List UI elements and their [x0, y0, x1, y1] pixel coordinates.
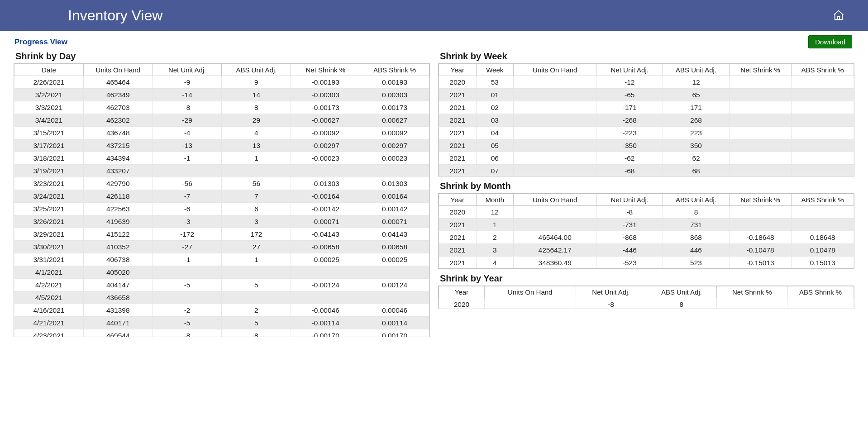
column-header[interactable]: Units On Hand — [83, 64, 153, 76]
column-header[interactable]: Date — [14, 64, 84, 76]
table-cell: 8 — [222, 329, 291, 337]
column-header[interactable]: ABS Shrink % — [792, 194, 854, 206]
column-header[interactable]: Units On Hand — [484, 286, 576, 298]
column-header[interactable]: Net Unit Adj. — [596, 194, 663, 206]
column-header[interactable]: Net Unit Adj. — [153, 64, 222, 76]
column-header[interactable]: ABS Shrink % — [787, 286, 854, 298]
table-row[interactable]: 4/16/2021431398-22-0.000460.00046 — [14, 304, 429, 317]
column-header[interactable]: Net Shrink % — [291, 64, 360, 76]
table-cell: -0.00170 — [291, 329, 360, 337]
column-header[interactable]: Net Shrink % — [729, 64, 792, 76]
shrink-by-week-scroll[interactable]: YearWeekUnits On HandNet Unit Adj.ABS Un… — [439, 64, 854, 176]
column-header[interactable]: Month — [476, 194, 514, 206]
table-cell: 8 — [646, 298, 717, 309]
table-row[interactable]: 202104-223223 — [439, 127, 854, 139]
table-row[interactable]: 202053-1212 — [439, 76, 854, 89]
table-cell — [514, 139, 596, 152]
table-cell — [514, 89, 596, 101]
shrink-by-year-title: Shrink by Year — [440, 273, 854, 284]
table-row[interactable]: 3/30/2021410352-2727-0.006580.00658 — [14, 241, 429, 253]
table-cell: -0.00173 — [291, 101, 360, 114]
table-row[interactable]: 4/2/2021404147-55-0.001240.00124 — [14, 279, 429, 291]
table-cell: 440171 — [83, 317, 153, 329]
table-row[interactable]: 3/25/2021422563-66-0.001420.00142 — [14, 203, 429, 215]
table-row[interactable]: 202103-268268 — [439, 114, 854, 127]
table-cell: 2021 — [439, 257, 477, 269]
column-header[interactable]: Net Shrink % — [717, 286, 787, 298]
progress-view-link[interactable]: Progress View — [14, 38, 67, 47]
table-cell: -29 — [153, 114, 222, 127]
table-row[interactable]: 3/4/2021462302-2929-0.006270.00627 — [14, 114, 429, 127]
table-row[interactable]: 4/23/2021469544-88-0.001700.00170 — [14, 329, 429, 337]
table-row[interactable]: 3/17/2021437215-1313-0.002970.00297 — [14, 139, 429, 152]
shrink-by-day-table: DateUnits On HandNet Unit Adj.ABS Unit A… — [14, 64, 429, 337]
column-header[interactable]: Year — [439, 194, 477, 206]
column-header[interactable]: Net Shrink % — [729, 194, 792, 206]
table-row[interactable]: 3/2/2021462349-1414-0.003030.00303 — [14, 89, 429, 101]
table-cell: 2020 — [439, 76, 477, 89]
table-row[interactable]: 3/31/2021406738-11-0.000250.00025 — [14, 253, 429, 266]
column-header[interactable]: ABS Unit Adj. — [646, 286, 717, 298]
table-cell: -0.00071 — [291, 215, 360, 228]
shrink-by-month-title: Shrink by Month — [440, 181, 854, 191]
table-cell: 462703 — [83, 101, 153, 114]
column-header[interactable]: Year — [439, 64, 477, 76]
table-cell — [792, 152, 854, 165]
home-button[interactable] — [832, 9, 845, 23]
table-row[interactable]: 3/18/2021434394-11-0.000230.00023 — [14, 152, 429, 165]
table-row[interactable]: 3/23/2021429790-5656-0.013030.01303 — [14, 177, 429, 190]
table-row[interactable]: 4/21/2021440171-55-0.001140.00114 — [14, 317, 429, 329]
table-row[interactable]: 3/15/2021436748-44-0.000920.00092 — [14, 127, 429, 139]
table-row[interactable]: 2020-88 — [439, 298, 854, 309]
table-cell: 3/17/2021 — [14, 139, 84, 152]
column-header[interactable]: ABS Unit Adj. — [663, 194, 730, 206]
table-row[interactable]: 3/19/2021433207 — [14, 165, 429, 177]
column-header[interactable]: ABS Shrink % — [792, 64, 854, 76]
table-row[interactable]: 4/5/2021436658 — [14, 291, 429, 304]
table-cell: -0.00092 — [291, 127, 360, 139]
table-cell — [514, 165, 596, 176]
shrink-by-year-scroll[interactable]: YearUnits On HandNet Unit Adj.ABS Unit A… — [439, 286, 854, 309]
download-button[interactable]: Download — [808, 35, 852, 48]
table-row[interactable]: 202102-171171 — [439, 101, 854, 114]
table-cell: -0.01303 — [291, 177, 360, 190]
column-header[interactable]: Week — [476, 64, 514, 76]
shrink-by-month-scroll[interactable]: YearMonthUnits On HandNet Unit Adj.ABS U… — [439, 194, 854, 268]
table-cell: 3 — [222, 215, 291, 228]
column-header[interactable]: Net Unit Adj. — [576, 286, 646, 298]
table-row[interactable]: 20212465464.00-868868-0.186480.18648 — [439, 231, 854, 244]
shrink-by-day-scroll[interactable]: DateUnits On HandNet Unit Adj.ABS Unit A… — [14, 64, 429, 337]
table-row[interactable]: 202105-350350 — [439, 139, 854, 152]
table-row[interactable]: 3/24/2021426118-77-0.001640.00164 — [14, 190, 429, 203]
table-cell: 53 — [476, 76, 514, 89]
table-cell — [514, 101, 596, 114]
table-cell: 1 — [222, 253, 291, 266]
table-row[interactable]: 4/1/2021405020 — [14, 266, 429, 279]
table-row[interactable]: 3/29/2021415122-172172-0.041430.04143 — [14, 228, 429, 241]
table-row[interactable]: 202012-88 — [439, 206, 854, 219]
table-row[interactable]: 202106-6262 — [439, 152, 854, 165]
table-cell: 415122 — [83, 228, 153, 241]
table-row[interactable]: 20213425642.17-446446-0.104780.10478 — [439, 244, 854, 257]
table-row[interactable]: 202101-6565 — [439, 89, 854, 101]
table-row[interactable]: 2/26/2021465464-99-0.001930.00193 — [14, 76, 429, 89]
table-cell: -0.00124 — [291, 279, 360, 291]
table-cell — [360, 266, 429, 279]
column-header[interactable]: Year — [439, 286, 485, 298]
table-row[interactable]: 3/3/2021462703-88-0.001730.00173 — [14, 101, 429, 114]
column-header[interactable]: Units On Hand — [514, 194, 596, 206]
table-row[interactable]: 20211-731731 — [439, 219, 854, 231]
table-cell: 6 — [222, 203, 291, 215]
column-header[interactable]: ABS Unit Adj. — [663, 64, 730, 76]
column-header[interactable]: Net Unit Adj. — [596, 64, 663, 76]
column-header[interactable]: Units On Hand — [514, 64, 596, 76]
table-cell: -8 — [153, 101, 222, 114]
table-cell: 0.10478 — [792, 244, 854, 257]
column-header[interactable]: ABS Unit Adj. — [222, 64, 291, 76]
table-cell: 731 — [663, 219, 730, 231]
table-cell: 469544 — [83, 329, 153, 337]
column-header[interactable]: ABS Shrink % — [360, 64, 429, 76]
table-row[interactable]: 20214348360.49-523523-0.150130.15013 — [439, 257, 854, 269]
table-row[interactable]: 202107-6868 — [439, 165, 854, 176]
table-row[interactable]: 3/26/2021419639-33-0.000710.00071 — [14, 215, 429, 228]
